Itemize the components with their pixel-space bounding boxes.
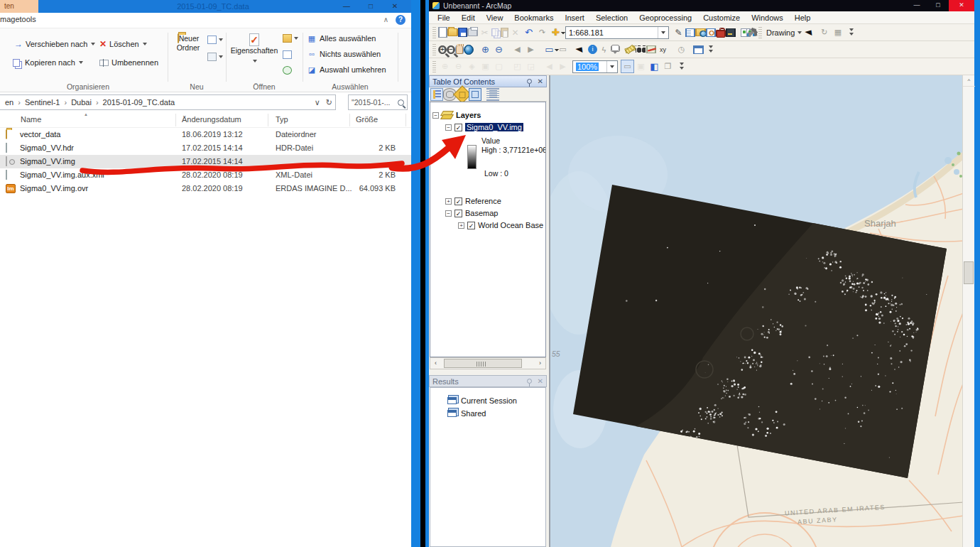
breadcrumb-item-daten[interactable]: en [3,98,23,107]
catalog-window-icon[interactable] [695,28,706,36]
page-fixed-out-icon[interactable]: ◲ [524,60,538,73]
collapse-icon[interactable]: − [445,210,452,217]
breadcrumb-item-tc-data[interactable]: 2015-01-09_TC.data [101,98,182,107]
copy-to-button[interactable]: Kopieren nach [13,58,83,67]
arcmap-minimize-button[interactable]: — [906,0,927,11]
fixed-zoom-in-icon[interactable]: ⊕ [479,43,492,56]
menu-insert[interactable]: Insert [559,13,590,22]
toolbar-grip[interactable] [432,44,436,55]
new-item-button[interactable] [207,36,223,44]
toolbar-grip[interactable] [758,27,762,38]
copy-icon[interactable] [491,28,499,36]
rotate-elements-icon[interactable]: ↻ [817,26,831,39]
toolbar-overflow-icon[interactable] [847,26,856,39]
zoom-in-icon[interactable]: + [438,45,447,54]
page-zoom-combo[interactable]: 100% [572,60,618,73]
move-to-button[interactable]: → Verschieben nach [14,40,95,48]
scrollbar-thumb[interactable] [444,359,522,368]
menu-help[interactable]: Help [789,13,817,22]
arctoolbox-icon[interactable] [716,30,726,37]
arcmap-close-button[interactable]: ✕ [949,0,974,11]
results-item-current-session[interactable]: Current Session [447,396,517,405]
properties-button[interactable]: ✓ Eigenschaften [229,34,280,65]
map-vertical-scrollbar[interactable]: ^ [962,75,974,547]
toc-node-reference[interactable]: + ✓ Reference [445,197,501,205]
menu-customize[interactable]: Customize [697,13,746,22]
address-dropdown-icon[interactable]: ∨ [315,98,320,107]
scroll-left-icon[interactable]: ‹ [430,358,441,369]
go-to-xy-icon[interactable]: xy [656,43,670,56]
zoom-out-icon[interactable]: − [447,45,455,54]
page-100-icon[interactable]: ▢ [492,60,506,73]
toolbar-overflow-icon[interactable] [707,43,715,56]
breadcrumb-item-sentinel-1[interactable]: Sentinel-1 [23,98,69,107]
address-bar[interactable]: enSentinel-1Dubai2015-01-09_TC.data ∨ ↻ [0,94,336,110]
explorer-maximize-button[interactable]: □ [359,0,383,13]
toc-horizontal-scrollbar[interactable]: ‹ › [430,357,546,369]
scroll-up-icon[interactable]: ^ [963,75,975,87]
menu-bookmarks[interactable]: Bookmarks [508,13,559,22]
focus-data-frame-icon[interactable]: ▣ [634,60,648,73]
collapse-icon[interactable]: − [445,124,452,131]
scroll-right-icon[interactable]: › [535,358,545,369]
snapping-grid-icon[interactable]: ▦ [831,26,844,39]
explorer-minimize-button[interactable]: — [334,0,359,13]
undo-icon[interactable]: ↶ [522,26,535,39]
paste-icon[interactable] [501,28,508,37]
select-all-button[interactable]: ▦ Alles auswählen [307,34,376,43]
history-button[interactable] [283,66,292,75]
page-pan-icon[interactable]: ◈ [465,60,479,73]
search-input[interactable]: "2015-01-... [348,94,408,110]
column-header-size[interactable]: Größe [356,115,378,124]
select-features-icon[interactable]: ▭ [543,43,556,56]
toc-node-layers[interactable]: − Layers [432,111,481,119]
drawing-menu-button[interactable]: Drawing [764,28,804,37]
toc-panel-header[interactable]: Table Of Contents ✕ [429,75,547,87]
page-zoom-in-icon[interactable]: ⊕ [438,60,452,73]
toc-node-sigma0-vv-img[interactable]: − ✓ Sigma0_VV.img [445,123,523,131]
toc-node-basemap[interactable]: − ✓ Basemap [445,209,498,217]
layer-visibility-checkbox[interactable]: ✓ [454,124,462,131]
file-row-sigma0-vv-img-ovr[interactable]: Sigma0_VV.img.ovr 28.02.2020 08:19 ERDAS… [0,182,411,195]
easy-access-button[interactable] [207,53,223,61]
toc-node-world-ocean-base[interactable]: + ✓ World Ocean Base [458,221,543,229]
delete-button[interactable]: ✕ Löschen [99,40,147,48]
results-item-shared[interactable]: Shared [447,409,486,418]
close-icon[interactable]: ✕ [538,77,543,85]
cut-icon[interactable]: ✂ [478,26,491,39]
add-data-icon[interactable]: ✚ [549,26,562,39]
find-route-icon[interactable] [646,45,656,53]
toc-options-icon[interactable] [486,88,499,101]
scrollbar-thumb[interactable] [964,261,974,284]
map-scale-combo[interactable]: 1:668.181 [565,26,669,39]
pin-icon[interactable] [527,79,532,84]
ribbon-tab-imagetools[interactable]: magetools [0,15,36,23]
list-by-drawing-order-icon[interactable] [430,88,443,101]
combo-dropdown-icon[interactable] [606,61,617,72]
menu-selection[interactable]: Selection [590,13,633,22]
full-extent-icon[interactable] [464,45,474,55]
python-window-icon[interactable] [726,28,736,37]
column-header-name[interactable]: Name [21,115,41,124]
select-none-button[interactable]: ▫▫ Nichts auswählen [307,50,381,58]
menu-file[interactable]: File [432,13,456,22]
menu-geoprocessing[interactable]: Geoprocessing [633,13,697,22]
fixed-zoom-out-icon[interactable]: ⊖ [492,43,506,56]
time-slider-icon[interactable]: ◷ [675,43,688,56]
save-icon[interactable] [458,28,467,37]
change-layout-icon[interactable]: ◧ [648,60,661,73]
column-header-type[interactable]: Typ [276,115,288,124]
layer-visibility-checkbox[interactable]: ✓ [454,197,462,205]
data-driven-pages-icon[interactable]: ❐ [661,60,675,73]
html-popup-icon[interactable]: ϟ [597,43,611,56]
edit-file-button[interactable] [283,50,292,59]
arcmap-maximize-button[interactable]: □ [927,0,949,11]
map-view[interactable]: Sharjah 55 UNITED ARAB EM IRATES ABU ZAB… [549,75,974,547]
toc-window-icon[interactable] [685,28,695,37]
file-row-sigma0-vv-img[interactable]: Sigma0_VV.img 17.02.2015 14:14 [0,155,411,168]
popup-icon[interactable] [611,45,620,52]
open-file-button[interactable] [283,34,298,43]
search-window-icon[interactable] [706,28,716,37]
toolbar-grip[interactable] [432,61,436,72]
file-row-sigma0-vv-hdr[interactable]: Sigma0_VV.hdr 17.02.2015 14:14 HDR-Datei… [0,141,411,155]
